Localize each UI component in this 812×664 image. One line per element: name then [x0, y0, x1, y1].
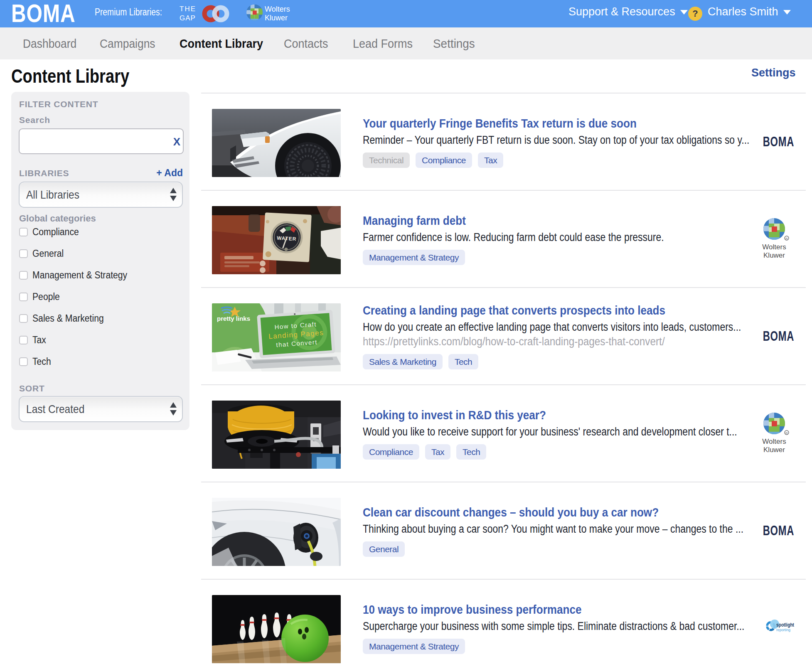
svg-text:Wolters: Wolters: [265, 5, 290, 13]
svg-text:reporting: reporting: [776, 628, 790, 632]
svg-text:R: R: [785, 431, 788, 435]
svg-text:Wolters: Wolters: [762, 438, 786, 445]
svg-text:spotlight: spotlight: [776, 622, 794, 628]
svg-text:Wolters: Wolters: [762, 243, 786, 251]
svg-text:Kluwer: Kluwer: [763, 446, 785, 454]
svg-text:R: R: [785, 237, 788, 241]
svg-text:GAP: GAP: [180, 14, 196, 22]
svg-text:THE: THE: [180, 5, 196, 13]
svg-text:Kluwer: Kluwer: [265, 14, 288, 22]
svg-text:pretty links: pretty links: [217, 315, 250, 322]
svg-text:Kluwer: Kluwer: [763, 251, 785, 259]
